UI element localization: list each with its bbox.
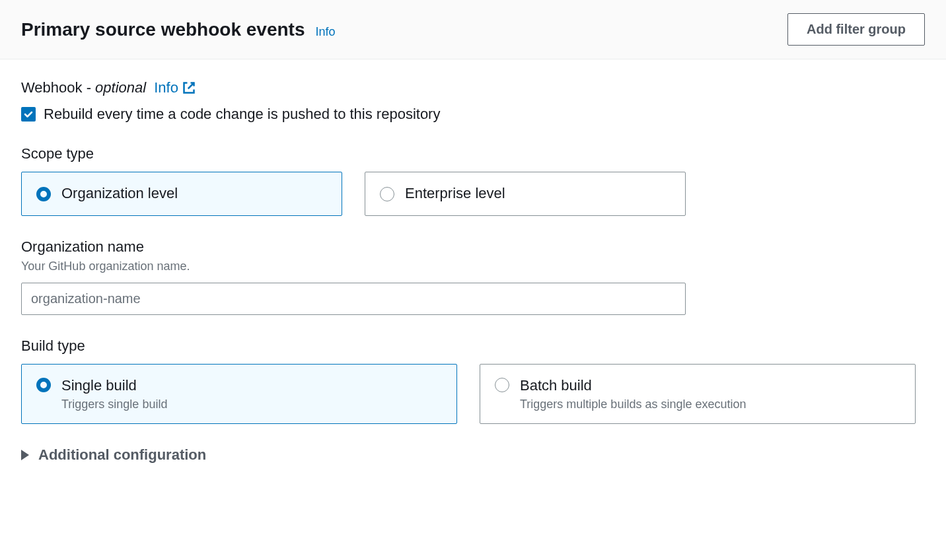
panel-body: Webhook - optional Info Rebuild e	[0, 59, 946, 483]
build-option-subtitle: Triggers multiple builds as single execu…	[520, 398, 746, 411]
info-link-webhook[interactable]: Info	[154, 79, 196, 96]
webhook-optional: optional	[95, 79, 146, 96]
org-name-label: Organization name	[21, 238, 925, 256]
external-link-icon	[182, 81, 196, 94]
scope-type-options: Organization level Enterprise level	[21, 172, 925, 216]
build-option-single[interactable]: Single build Triggers single build	[21, 364, 457, 425]
add-filter-group-button[interactable]: Add filter group	[787, 13, 925, 46]
build-option-batch[interactable]: Batch build Triggers multiple builds as …	[480, 364, 916, 425]
scope-type-label: Scope type	[21, 145, 925, 162]
webhook-label-row: Webhook - optional Info	[21, 79, 925, 96]
panel-title-wrap: Primary source webhook events Info	[21, 19, 335, 40]
build-type-options: Single build Triggers single build Batch…	[21, 364, 925, 425]
info-link-header[interactable]: Info	[315, 25, 335, 38]
webhook-label-text: Webhook	[21, 79, 83, 96]
build-option-title: Single build	[61, 376, 167, 396]
org-name-group: Organization name Your GitHub organizati…	[21, 238, 925, 315]
webhook-field-group: Webhook - optional Info Rebuild e	[21, 79, 925, 123]
scope-option-enterprise[interactable]: Enterprise level	[365, 172, 686, 216]
scope-option-label: Enterprise level	[405, 184, 505, 203]
webhook-checkbox-row: Rebuild every time a code change is push…	[21, 106, 925, 123]
build-option-content: Batch build Triggers multiple builds as …	[520, 376, 746, 412]
build-option-content: Single build Triggers single build	[61, 376, 167, 412]
org-name-description: Your GitHub organization name.	[21, 260, 925, 273]
panel-title: Primary source webhook events	[21, 19, 305, 40]
radio-icon	[495, 378, 509, 392]
caret-right-icon	[21, 450, 29, 460]
radio-icon	[36, 378, 51, 392]
build-type-label: Build type	[21, 337, 925, 355]
info-link-webhook-text: Info	[154, 79, 178, 96]
build-option-title: Batch build	[520, 376, 746, 396]
additional-configuration-label: Additional configuration	[38, 446, 206, 464]
rebuild-checkbox-label: Rebuild every time a code change is push…	[44, 106, 440, 123]
panel-header: Primary source webhook events Info Add f…	[0, 0, 946, 59]
scope-type-group: Scope type Organization level Enterprise…	[21, 145, 925, 216]
webhook-dash: -	[83, 79, 96, 96]
additional-configuration-expander[interactable]: Additional configuration	[21, 446, 925, 464]
org-name-input[interactable]	[21, 283, 686, 315]
scope-option-organization[interactable]: Organization level	[21, 172, 342, 216]
checkmark-icon	[23, 109, 34, 120]
scope-option-label: Organization level	[61, 184, 178, 203]
rebuild-checkbox[interactable]	[21, 107, 36, 122]
build-type-group: Build type Single build Triggers single …	[21, 337, 925, 425]
radio-icon	[36, 187, 51, 201]
radio-icon	[380, 187, 394, 201]
build-option-subtitle: Triggers single build	[61, 398, 167, 411]
webhook-label: Webhook - optional	[21, 79, 146, 96]
